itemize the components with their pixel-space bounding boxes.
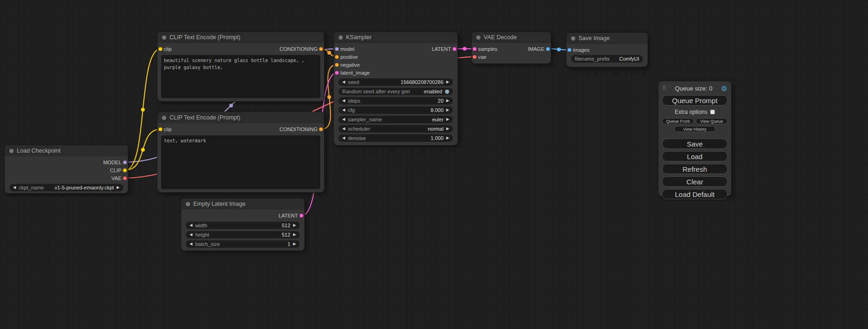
link-midpoint-dot	[463, 47, 466, 51]
input-port-model[interactable]	[335, 47, 339, 51]
increment-arrow-icon[interactable]: ▶	[293, 242, 296, 246]
node-load-checkpoint[interactable]: Load Checkpoint MODEL CLIP VAE ◀ ckpt_na…	[5, 145, 128, 193]
increment-arrow-icon[interactable]: ▶	[446, 99, 449, 103]
increment-arrow-icon[interactable]: ▶	[446, 127, 449, 131]
widget-steps[interactable]: ◀ steps 20 ▶	[339, 97, 453, 105]
widget-label: denoise	[348, 135, 366, 141]
node-title-bar[interactable]: CLIP Text Encode (Prompt)	[157, 32, 324, 43]
node-title-bar[interactable]: Save Image	[566, 33, 648, 44]
increment-arrow-icon[interactable]: ▶	[446, 80, 449, 84]
input-label: samples	[478, 46, 497, 52]
decrement-arrow-icon[interactable]: ◀	[190, 233, 192, 237]
output-label: LATENT	[279, 213, 298, 218]
drag-handle-icon[interactable]: ⠿	[662, 85, 666, 91]
output-port-conditioning[interactable]	[319, 47, 323, 51]
decrement-arrow-icon[interactable]: ◀	[342, 108, 345, 112]
decrement-arrow-icon[interactable]: ◀	[13, 186, 16, 189]
node-title: CLIP Text Encode (Prompt)	[169, 34, 240, 41]
node-title-bar[interactable]: Load Checkpoint	[5, 145, 128, 156]
view-history-button[interactable]: View History	[674, 126, 715, 132]
increment-arrow-icon[interactable]: ▶	[446, 136, 449, 140]
increment-arrow-icon[interactable]: ▶	[117, 186, 120, 189]
node-ksampler[interactable]: KSampler model LATENT positive negative …	[334, 32, 458, 145]
increment-arrow-icon[interactable]: ▶	[446, 118, 449, 121]
input-port-positive[interactable]	[335, 55, 339, 59]
extra-options-row: Extra options	[662, 109, 727, 115]
node-title-bar[interactable]: KSampler	[334, 32, 458, 43]
toggle-knob[interactable]	[445, 90, 449, 94]
widget-filename-prefix[interactable]: filename_prefix ComfyUI	[571, 55, 643, 63]
output-port-latent[interactable]	[452, 47, 457, 51]
output-port-latent[interactable]	[299, 214, 303, 218]
node-graph-canvas[interactable]: Load Checkpoint MODEL CLIP VAE ◀ ckpt_na…	[0, 0, 868, 329]
refresh-button[interactable]: Refresh	[662, 164, 727, 174]
input-port-vae[interactable]	[473, 55, 477, 59]
prompt-textarea[interactable]: beautiful scenery nature glass bottle la…	[161, 55, 320, 98]
node-collapse-dot-icon[interactable]	[162, 35, 166, 40]
decrement-arrow-icon[interactable]: ◀	[342, 99, 345, 103]
save-button[interactable]: Save	[662, 139, 727, 149]
load-button[interactable]: Load	[662, 151, 727, 161]
decrement-arrow-icon[interactable]: ◀	[190, 224, 192, 227]
widget-seed[interactable]: ◀ seed 156680208700286 ▶	[339, 78, 453, 86]
input-port-clip[interactable]	[158, 127, 162, 132]
output-port-conditioning[interactable]	[319, 127, 323, 132]
clear-button[interactable]: Clear	[662, 176, 727, 187]
widget-sampler-name[interactable]: ◀ sampler_name euler ▶	[339, 116, 453, 123]
input-port-negative[interactable]	[335, 63, 339, 67]
increment-arrow-icon[interactable]: ▶	[446, 108, 449, 112]
link-midpoint-dot	[557, 48, 561, 51]
prompt-textarea[interactable]: text, watermark	[161, 135, 320, 189]
node-title-bar[interactable]: CLIP Text Encode (Prompt)	[157, 112, 324, 123]
queue-prompt-button[interactable]: Queue Prompt	[662, 95, 727, 105]
decrement-arrow-icon[interactable]: ◀	[190, 242, 192, 246]
node-clip-text-encode-negative[interactable]: CLIP Text Encode (Prompt) clip CONDITION…	[157, 112, 324, 192]
node-clip-text-encode-positive[interactable]: CLIP Text Encode (Prompt) clip CONDITION…	[157, 32, 324, 101]
input-port-samples[interactable]	[473, 47, 477, 51]
increment-arrow-icon[interactable]: ▶	[293, 224, 296, 227]
input-port-clip[interactable]	[158, 47, 162, 51]
queue-front-button[interactable]: Queue Front	[662, 118, 694, 124]
decrement-arrow-icon[interactable]: ◀	[342, 118, 345, 121]
widget-label: batch_size	[195, 241, 220, 247]
node-collapse-dot-icon[interactable]	[476, 35, 480, 40]
node-collapse-dot-icon[interactable]	[339, 35, 343, 40]
output-port-image[interactable]	[546, 47, 550, 51]
decrement-arrow-icon[interactable]: ◀	[342, 127, 345, 131]
widget-label: filename_prefix	[575, 56, 610, 62]
input-port-latent-image[interactable]	[335, 70, 339, 75]
extra-options-checkbox[interactable]	[710, 110, 715, 114]
wire-clip-negative	[125, 129, 161, 170]
input-port-images[interactable]	[567, 48, 572, 52]
output-port-vae[interactable]	[123, 176, 127, 180]
input-label: negative	[340, 62, 360, 68]
node-collapse-dot-icon[interactable]	[571, 36, 575, 41]
decrement-arrow-icon[interactable]: ◀	[342, 136, 345, 140]
widget-cfg[interactable]: ◀ cfg 8.000 ▶	[339, 106, 453, 114]
node-vae-decode[interactable]: VAE Decode samples IMAGE vae	[472, 32, 551, 63]
widget-random-seed-toggle[interactable]: Random seed after every gen enabled	[339, 88, 453, 95]
load-default-button[interactable]: Load Default	[662, 189, 727, 199]
node-title-bar[interactable]: Empty Latent Image	[181, 198, 304, 210]
node-title: KSampler	[346, 34, 372, 41]
node-collapse-dot-icon[interactable]	[162, 116, 166, 120]
node-empty-latent-image[interactable]: Empty Latent Image LATENT ◀ width 512 ▶ …	[181, 198, 304, 251]
node-collapse-dot-icon[interactable]	[186, 202, 190, 206]
input-slot-images: images	[566, 46, 648, 54]
slot-row-samples-image: samples IMAGE	[472, 45, 551, 53]
output-port-model[interactable]	[123, 160, 127, 164]
widget-denoise[interactable]: ◀ denoise 1.000 ▶	[339, 134, 453, 142]
output-port-clip[interactable]	[123, 168, 127, 172]
node-collapse-dot-icon[interactable]	[9, 149, 14, 153]
node-save-image[interactable]: Save Image images filename_prefix ComfyU…	[566, 33, 648, 67]
view-queue-button[interactable]: View Queue	[696, 118, 727, 124]
increment-arrow-icon[interactable]: ▶	[293, 233, 296, 237]
widget-batch-size[interactable]: ◀ batch_size 1 ▶	[186, 240, 300, 248]
decrement-arrow-icon[interactable]: ◀	[342, 80, 345, 84]
settings-gear-icon[interactable]: ⚙	[721, 85, 727, 92]
widget-height[interactable]: ◀ height 512 ▶	[186, 231, 300, 238]
widget-ckpt-name[interactable]: ◀ ckpt_name v1-5-pruned-emaonly.ckpt ▶	[9, 184, 123, 191]
widget-width[interactable]: ◀ width 512 ▶	[186, 222, 300, 229]
widget-scheduler[interactable]: ◀ scheduler normal ▶	[339, 125, 453, 133]
node-title-bar[interactable]: VAE Decode	[472, 32, 551, 43]
